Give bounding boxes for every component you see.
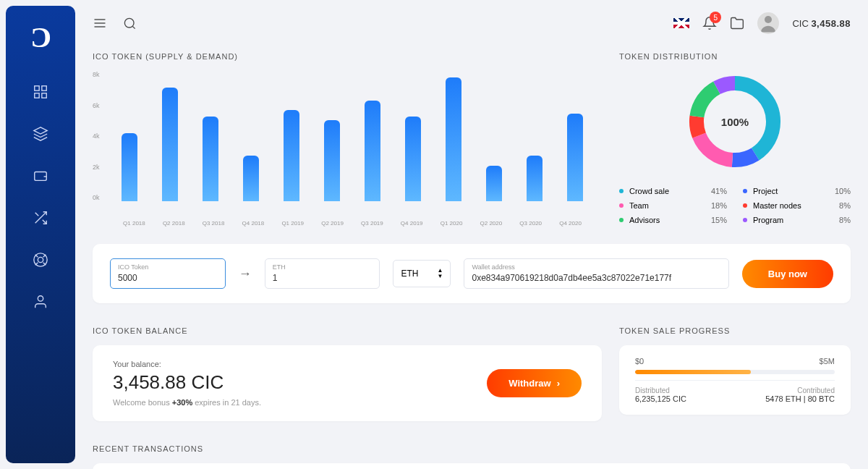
- notifications-icon[interactable]: 5: [702, 16, 717, 30]
- progress-bar: [635, 370, 835, 374]
- ico-token-input[interactable]: [118, 273, 218, 283]
- donut-chart: 100%: [684, 71, 786, 172]
- legend-item: Project10%: [743, 187, 851, 195]
- nav-support[interactable]: [23, 242, 58, 277]
- transactions-title: RECENT TRANSACTIONS: [93, 444, 851, 453]
- nav-layers[interactable]: [23, 117, 58, 151]
- svg-rect-2: [35, 93, 39, 98]
- legend-item: Team18%: [619, 201, 727, 210]
- eth-label: ETH: [273, 263, 373, 271]
- svg-rect-3: [42, 93, 46, 98]
- balance-amount: 3,458.88 CIC: [113, 371, 487, 394]
- chart-bar: [486, 166, 502, 202]
- svg-point-21: [765, 16, 772, 23]
- chevron-updown-icon: ▲▼: [438, 268, 443, 279]
- chart-bar: [122, 133, 137, 202]
- donut-center: 100%: [721, 116, 749, 128]
- transactions-table-header: STATUSDATEAMOUNTCURRENCYCURRENCYTOKENS (…: [93, 463, 851, 469]
- balance-section-title: ICO TOKEN BALANCE: [93, 326, 602, 335]
- ico-token-label: ICO Token: [118, 263, 218, 271]
- currency-value: ETH: [401, 269, 418, 279]
- legend-item: Master nodes8%: [743, 201, 851, 210]
- progress-card: $0 $5M Distributed 6,235,125 CIC Contrib…: [619, 345, 851, 415]
- topbar: 5 CIC 3,458.88: [93, 7, 851, 39]
- buy-card: ICO Token → ETH ETH ▲▼ Wallet address Bu…: [93, 244, 851, 303]
- withdraw-label: Withdraw: [509, 378, 550, 389]
- chart-bar: [243, 156, 259, 201]
- progress-start: $0: [635, 357, 644, 366]
- menu-icon[interactable]: [93, 16, 107, 30]
- nav-wallet[interactable]: [23, 159, 58, 193]
- eth-field[interactable]: ETH: [265, 258, 380, 289]
- wallet-field[interactable]: Wallet address: [464, 258, 728, 289]
- chevron-right-icon: ›: [557, 378, 560, 389]
- svg-rect-0: [35, 86, 39, 90]
- chart-bar: [162, 88, 178, 202]
- svg-point-19: [124, 18, 134, 28]
- legend-item: Advisors15%: [619, 216, 727, 224]
- wallet-input[interactable]: [472, 273, 720, 283]
- main-content: 5 CIC 3,458.88 ICO TOKEN (SUPPLY & DEMAN…: [75, 0, 868, 469]
- buy-button[interactable]: Buy now: [742, 260, 833, 288]
- chart-bar: [446, 77, 461, 201]
- nav-shuffle[interactable]: [23, 200, 58, 235]
- distributed-value: 6,235,125 CIC: [635, 394, 686, 403]
- cic-label: CIC: [792, 18, 808, 29]
- y-axis: 8k6k4k2k0k: [93, 71, 100, 201]
- svg-point-15: [38, 296, 43, 301]
- cic-amount: 3,458.88: [811, 18, 851, 29]
- sidebar: C: [6, 6, 75, 463]
- balance-display: CIC 3,458.88: [792, 18, 851, 29]
- distribution-panel: TOKEN DISTRIBUTION 100% Crowd sale41%Pro…: [619, 52, 851, 227]
- currency-select[interactable]: ETH ▲▼: [393, 260, 451, 287]
- distributed-label: Distributed: [635, 386, 686, 394]
- app-logo: C: [30, 20, 51, 54]
- eth-input[interactable]: [273, 273, 373, 283]
- nav-dashboard[interactable]: [23, 75, 58, 109]
- language-flag-uk[interactable]: [673, 18, 689, 28]
- svg-point-10: [38, 257, 43, 262]
- svg-line-20: [132, 26, 135, 28]
- svg-line-8: [35, 213, 39, 216]
- progress-end: $5M: [820, 357, 835, 366]
- avatar[interactable]: [757, 12, 779, 34]
- supply-demand-chart: ICO TOKEN (SUPPLY & DEMAND) 8k6k4k2k0k Q…: [93, 52, 590, 227]
- chart-bar: [567, 114, 583, 202]
- chart-title: ICO TOKEN (SUPPLY & DEMAND): [93, 52, 590, 61]
- balance-card: Your balance: 3,458.88 CIC Welcome bonus…: [93, 345, 602, 421]
- nav-profile[interactable]: [23, 284, 58, 319]
- withdraw-button[interactable]: Withdraw ›: [487, 369, 582, 397]
- search-icon[interactable]: [123, 17, 137, 30]
- distribution-title: TOKEN DISTRIBUTION: [619, 52, 851, 61]
- contributed-label: Contributed: [765, 386, 835, 394]
- svg-marker-4: [34, 127, 47, 134]
- chart-bar: [365, 101, 380, 202]
- arrow-icon: →: [239, 266, 252, 282]
- chart-bar: [203, 117, 218, 201]
- chart-bar: [284, 110, 299, 201]
- wallet-label: Wallet address: [472, 263, 720, 271]
- legend-item: Program8%: [743, 216, 851, 224]
- svg-rect-1: [42, 86, 46, 90]
- ico-token-field[interactable]: ICO Token: [110, 258, 226, 289]
- balance-note: Welcome bonus +30% expires in 21 days.: [113, 398, 487, 407]
- folder-icon[interactable]: [730, 16, 744, 30]
- svg-line-7: [43, 220, 47, 224]
- chart-bar: [324, 120, 340, 202]
- progress-fill: [635, 370, 751, 374]
- balance-label: Your balance:: [113, 360, 487, 368]
- distribution-legend: Crowd sale41%Project10%Team18%Master nod…: [619, 187, 851, 224]
- chart-bar: [405, 117, 421, 201]
- progress-section-title: TOKEN SALE PROGRESS: [619, 326, 851, 335]
- contributed-value: 5478 ETH | 80 BTC: [765, 394, 835, 403]
- x-axis: Q1 2018Q2 2018Q3 2018Q4 2018Q1 2019Q2 20…: [93, 220, 590, 227]
- legend-item: Crowd sale41%: [619, 187, 727, 195]
- chart-bar: [527, 156, 542, 201]
- notification-badge: 5: [710, 12, 721, 23]
- chart-bars: [114, 71, 590, 201]
